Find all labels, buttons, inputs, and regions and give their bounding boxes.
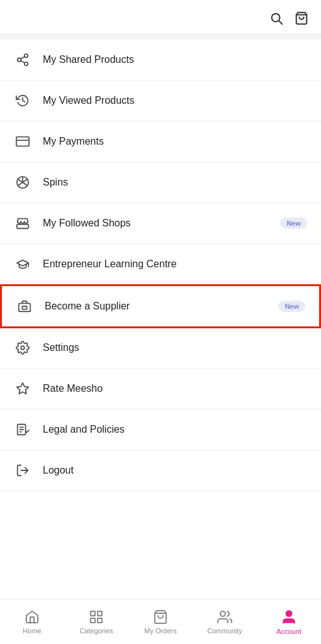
menu-label-payments: My Payments — [43, 136, 307, 147]
menu-item-logout[interactable]: Logout — [0, 450, 321, 491]
svg-marker-20 — [17, 383, 28, 394]
svg-rect-28 — [91, 618, 95, 623]
nav-label-home: Home — [23, 627, 41, 635]
menu-label-entrepreneur: Entrepreneur Learning Centre — [43, 258, 307, 270]
svg-rect-27 — [98, 611, 102, 616]
nav-icon-account — [281, 609, 297, 625]
menu-label-spins: Spins — [43, 177, 307, 188]
nav-item-home[interactable]: Home — [0, 604, 64, 640]
menu-label-followed-shops: My Followed Shops — [43, 218, 275, 229]
nav-item-orders[interactable]: My Orders — [128, 604, 193, 640]
svg-point-32 — [286, 611, 292, 616]
search-icon[interactable] — [269, 11, 283, 25]
menu-item-payments[interactable]: My Payments — [0, 121, 321, 162]
nav-icon-home — [25, 609, 40, 625]
svg-line-14 — [19, 182, 23, 186]
menu-label-shared-products: My Shared Products — [43, 54, 307, 65]
svg-line-15 — [19, 179, 23, 182]
svg-rect-8 — [16, 137, 29, 147]
logout-icon — [14, 462, 31, 479]
graduate-icon — [14, 255, 31, 273]
spin-icon — [14, 174, 31, 191]
svg-line-7 — [21, 57, 25, 59]
nav-item-community[interactable]: Community — [193, 604, 257, 640]
nav-label-orders: My Orders — [144, 627, 176, 635]
menu-item-spins[interactable]: Spins — [0, 162, 321, 203]
badge-new-supplier: New — [278, 301, 305, 312]
nav-icon-community — [217, 609, 232, 625]
menu-item-legal[interactable]: Legal and Policies — [0, 409, 321, 450]
legal-icon — [14, 421, 31, 438]
svg-rect-26 — [91, 611, 95, 616]
svg-line-12 — [23, 179, 26, 182]
menu-label-supplier: Become a Supplier — [45, 301, 273, 312]
nav-item-categories[interactable]: Categories — [64, 604, 128, 640]
nav-item-account[interactable]: Account — [257, 604, 321, 640]
star-icon — [14, 380, 31, 397]
cart-icon[interactable] — [295, 11, 308, 25]
menu-item-shared-products[interactable]: My Shared Products — [0, 40, 321, 80]
badge-new-followed-shops: New — [280, 218, 307, 229]
menu-item-rate[interactable]: Rate Meesho — [0, 369, 321, 409]
nav-label-categories: Categories — [79, 627, 113, 635]
menu-label-logout: Logout — [43, 465, 307, 476]
nav-icon-orders — [153, 609, 168, 625]
share-icon — [14, 51, 31, 69]
header — [0, 0, 321, 35]
svg-line-13 — [23, 182, 26, 186]
svg-rect-16 — [17, 225, 28, 228]
menu-item-followed-shops[interactable]: My Followed Shops New — [0, 203, 321, 244]
svg-point-19 — [21, 346, 25, 350]
history-icon — [14, 92, 31, 109]
svg-rect-29 — [98, 618, 102, 623]
menu-item-entrepreneur[interactable]: Entrepreneur Learning Centre — [0, 244, 321, 285]
menu-label-viewed-products: My Viewed Products — [43, 95, 307, 106]
nav-label-community: Community — [207, 627, 242, 635]
bottom-nav: Home Categories My Orders Community Acco… — [0, 599, 321, 644]
menu-label-legal: Legal and Policies — [43, 424, 307, 435]
menu-item-settings[interactable]: Settings — [0, 328, 321, 369]
menu-item-viewed-products[interactable]: My Viewed Products — [0, 80, 321, 121]
menu-label-settings: Settings — [43, 342, 307, 353]
svg-point-31 — [220, 611, 225, 616]
nav-label-account: Account — [276, 628, 301, 635]
svg-line-1 — [279, 21, 282, 24]
shop-icon — [14, 214, 31, 232]
svg-rect-17 — [19, 303, 30, 311]
svg-rect-18 — [22, 306, 26, 309]
menu-list: My Shared Products My Viewed Products My… — [0, 40, 321, 599]
header-actions — [269, 11, 308, 25]
card-icon — [14, 133, 31, 150]
svg-line-6 — [21, 60, 25, 63]
supplier-icon — [16, 297, 33, 315]
nav-icon-categories — [89, 609, 104, 625]
menu-item-supplier[interactable]: Become a Supplier New — [0, 284, 321, 328]
settings-icon — [14, 339, 31, 357]
menu-label-rate: Rate Meesho — [43, 383, 307, 394]
